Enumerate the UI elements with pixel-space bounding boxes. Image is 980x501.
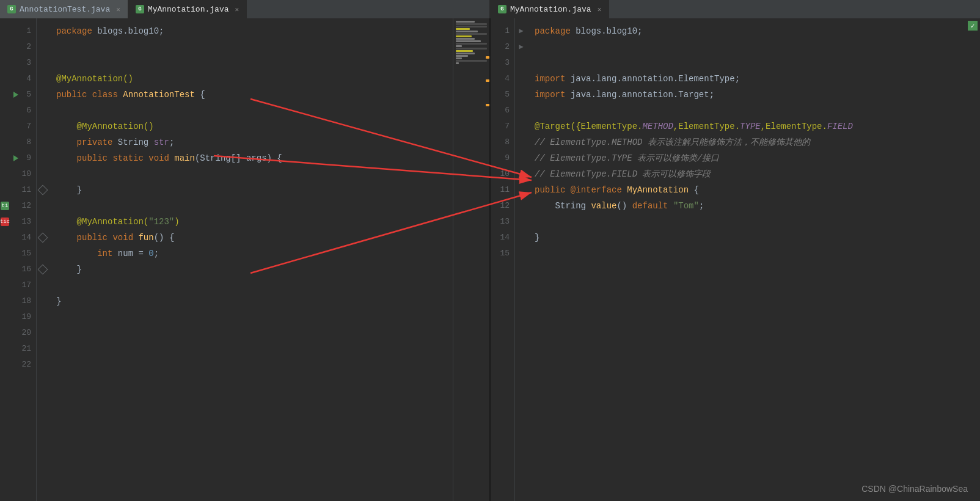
r-ln-10: 10 [491, 166, 514, 182]
code-line-4: @MyAnnotation() [54, 71, 453, 87]
tab-close-my-annotation-right[interactable]: ✕ [598, 5, 602, 13]
mm-l17 [456, 60, 487, 62]
ln-5: 5 [12, 87, 36, 103]
ln-8: 8 [12, 134, 36, 150]
left-gutter-icons [37, 18, 49, 501]
tab-icon-annotation-test: G [7, 5, 16, 13]
tab-label-my-annotation-left: MyAnnotation.java [148, 5, 229, 14]
edge-icon-line12: ti [1, 202, 9, 210]
r-ln-8: 8 [491, 134, 514, 150]
mm-l13 [456, 50, 473, 52]
ln-15: 15 [12, 246, 36, 261]
r-code-line-4: import java.lang.annotation.ElementType; [532, 71, 980, 87]
gutter-5 [37, 87, 49, 103]
mm-l12 [456, 48, 487, 49]
left-line-numbers: 1 2 3 4 5 6 7 8 9 10 11 12 13 14 15 16 1… [12, 18, 37, 501]
mm-l7 [456, 35, 472, 37]
tab-bar-right: G MyAnnotation.java ✕ [489, 0, 980, 18]
right-code-container[interactable]: 1 2 3 4 5 6 7 8 9 10 11 12 13 14 15 ▶ ▶ [491, 18, 980, 501]
r-ln-13: 13 [491, 214, 514, 230]
tab-bar: G AnnotationTest.java ✕ G MyAnnotation.j… [0, 0, 980, 18]
code-line-9: public static void main(String[] args) { [54, 150, 453, 166]
right-editor-pane: ✓ 1 2 3 4 5 6 7 8 9 10 11 12 13 14 15 [491, 18, 980, 501]
gutter-14 [37, 230, 49, 246]
ln-22: 22 [12, 357, 36, 373]
gutter-3 [37, 55, 49, 71]
r-ln-3: 3 [491, 55, 514, 71]
edge-icon-line13: tic [1, 218, 9, 226]
right-code-content[interactable]: package blogs.blog10; import java.lang.a… [527, 18, 980, 501]
mm-l11 [456, 45, 462, 47]
tab-icon-my-annotation-right: G [498, 5, 506, 13]
code-line-8: private String str; [54, 134, 453, 150]
code-line-12 [54, 198, 453, 214]
gutter-7 [37, 119, 49, 134]
mm-l5 [456, 31, 478, 32]
r-ln-12: 12 [491, 198, 514, 214]
ln-10: 10 [12, 166, 36, 182]
check-icon: ✓ [968, 21, 978, 31]
mm-marker-2 [486, 79, 489, 82]
r-ln-9: 9 [491, 150, 514, 166]
r-ln-15: 15 [491, 246, 514, 261]
r-ln-11: 11 [491, 182, 514, 198]
right-gutter-icons: ▶ ▶ [515, 18, 527, 501]
r-code-line-7: @Target({ElementType.METHOD,ElementType.… [532, 119, 980, 134]
tab-bar-left: G AnnotationTest.java ✕ G MyAnnotation.j… [0, 0, 489, 18]
code-line-16: } [54, 261, 453, 277]
tab-label-annotation-test: AnnotationTest.java [20, 5, 110, 14]
left-code-content[interactable]: package blogs.blog10; @MyAnnotation() pu… [49, 18, 453, 501]
r-code-line-15 [532, 246, 980, 261]
gutter-21 [37, 341, 49, 357]
edge-marker-line12: ti [0, 198, 10, 214]
r-code-line-5: import java.lang.annotation.Target; [532, 87, 980, 103]
tab-close-my-annotation-left[interactable]: ✕ [235, 5, 239, 13]
ln-16: 16 [12, 261, 36, 277]
r-code-line-1: package blogs.blog10; [532, 23, 980, 39]
tab-my-annotation-right[interactable]: G MyAnnotation.java ✕ [491, 0, 609, 18]
code-line-6 [54, 103, 453, 119]
left-code-container[interactable]: ti tic 1 2 3 4 5 6 7 8 9 10 11 12 13 [0, 18, 489, 501]
mm-l14 [456, 53, 475, 54]
mm-l4 [456, 28, 470, 30]
ln-9: 9 [12, 150, 36, 166]
r-gutter-4: ▶ [515, 23, 527, 39]
r-code-line-11: public @interface MyAnnotation { [532, 182, 980, 198]
tab-label-my-annotation-right: MyAnnotation.java [510, 5, 591, 14]
ln-14: 14 [12, 230, 36, 246]
ln-18: 18 [12, 293, 36, 309]
gutter-11 [37, 182, 49, 198]
ln-2: 2 [12, 39, 36, 55]
gutter-12 [37, 198, 49, 214]
mm-marker-3 [486, 104, 489, 106]
edge-marker-line13: tic [0, 214, 10, 230]
code-line-5: public class AnnotationTest { [54, 87, 453, 103]
r-ln-7: 7 [491, 119, 514, 134]
left-edge-indicators: ti tic [0, 18, 12, 501]
tab-annotation-test[interactable]: G AnnotationTest.java ✕ [0, 0, 128, 18]
code-line-10 [54, 166, 453, 182]
gutter-6 [37, 103, 49, 119]
mm-l6 [456, 33, 487, 35]
code-line-1: package blogs.blog10; [54, 23, 453, 39]
r-ln-4: 4 [491, 71, 514, 87]
tab-my-annotation-left[interactable]: G MyAnnotation.java ✕ [128, 0, 247, 18]
left-minimap [453, 18, 489, 501]
gutter-8 [37, 134, 49, 150]
right-line-numbers: 1 2 3 4 5 6 7 8 9 10 11 12 13 14 15 [491, 18, 515, 501]
code-line-7: @MyAnnotation() [54, 119, 453, 134]
r-code-line-12: String value() default "Tom"; [532, 198, 980, 214]
r-ln-14: 14 [491, 230, 514, 246]
r-code-line-3 [532, 55, 980, 71]
r-gutter-5: ▶ [515, 39, 527, 55]
ln-4: 4 [12, 71, 36, 87]
gutter-17 [37, 277, 49, 293]
tab-close-annotation-test[interactable]: ✕ [116, 5, 120, 13]
ln-12: 12 [12, 198, 36, 214]
r-code-line-13 [532, 214, 980, 230]
r-code-line-8: // ElementType.METHOD 表示该注解只能修饰方法，不能修饰其他… [532, 134, 980, 150]
ln-3: 3 [12, 55, 36, 71]
ln-13: 13 [12, 214, 36, 230]
gutter-18 [37, 293, 49, 309]
tab-icon-my-annotation-left: G [136, 5, 144, 13]
